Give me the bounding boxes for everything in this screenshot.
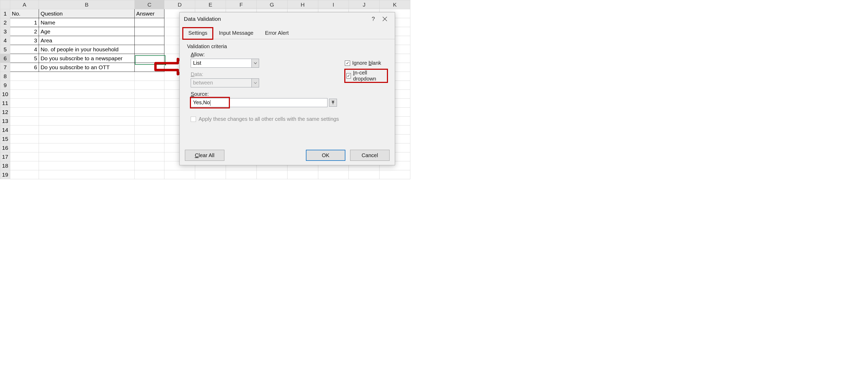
cell-B14[interactable]	[39, 125, 135, 135]
cell-A1[interactable]: No.	[10, 9, 39, 18]
cell-A4[interactable]: 3	[10, 36, 39, 45]
cell-C14[interactable]	[134, 125, 164, 135]
row-header-2[interactable]: 2	[0, 18, 10, 27]
cell-B5[interactable]: No. of people in your household	[39, 45, 135, 54]
cell-A8[interactable]	[10, 72, 39, 81]
cell-A3[interactable]: 2	[10, 27, 39, 36]
row-header-11[interactable]: 11	[0, 99, 10, 108]
cell-C9[interactable]	[134, 81, 164, 90]
cell-A7[interactable]: 6	[10, 63, 39, 72]
cell-B6[interactable]: Do you subscribe to a newspaper	[39, 54, 135, 63]
cell-B3[interactable]: Age	[39, 27, 135, 36]
cell-B2[interactable]: Name	[39, 18, 135, 27]
cell-E19[interactable]	[195, 170, 226, 179]
row-header-17[interactable]: 17	[0, 152, 10, 161]
cell-G19[interactable]	[256, 170, 287, 179]
cell-J19[interactable]	[349, 170, 379, 179]
col-header-J[interactable]: J	[349, 0, 379, 9]
select-all-corner[interactable]	[0, 0, 10, 9]
cell-A17[interactable]	[10, 152, 39, 161]
cell-A9[interactable]	[10, 81, 39, 90]
cell-C18[interactable]	[134, 161, 164, 170]
row-header-18[interactable]: 18	[0, 161, 10, 170]
cell-C12[interactable]	[134, 108, 164, 117]
cell-C3[interactable]	[134, 27, 164, 36]
cell-A15[interactable]	[10, 135, 39, 143]
source-input[interactable]: Yes,No	[191, 98, 328, 107]
cell-C1[interactable]: Answer	[134, 9, 164, 18]
cell-A13[interactable]	[10, 117, 39, 125]
col-header-E[interactable]: E	[195, 0, 226, 9]
row-header-14[interactable]: 14	[0, 125, 10, 135]
help-button[interactable]: ?	[368, 16, 379, 22]
row-header-7[interactable]: 7	[0, 63, 10, 72]
cell-C17[interactable]	[134, 152, 164, 161]
cell-C4[interactable]	[134, 36, 164, 45]
cell-B19[interactable]	[39, 170, 135, 179]
cell-F19[interactable]	[226, 170, 256, 179]
row-header-16[interactable]: 16	[0, 143, 10, 152]
cell-C10[interactable]	[134, 90, 164, 99]
incell-dropdown-checkbox[interactable]: ✓ In-cell dropdown	[345, 69, 388, 82]
cell-B9[interactable]	[39, 81, 135, 90]
ok-button[interactable]: OK	[306, 150, 345, 161]
cancel-button[interactable]: Cancel	[350, 150, 390, 161]
cell-B11[interactable]	[39, 99, 135, 108]
cell-B13[interactable]	[39, 117, 135, 125]
ignore-blank-checkbox[interactable]: ✓ Ignore blank	[345, 60, 388, 66]
col-header-K[interactable]: K	[379, 0, 410, 9]
cell-A19[interactable]	[10, 170, 39, 179]
cell-D19[interactable]	[164, 170, 195, 179]
row-header-8[interactable]: 8	[0, 72, 10, 81]
row-header-5[interactable]: 5	[0, 45, 10, 54]
row-header-1[interactable]: 1	[0, 9, 10, 18]
row-header-10[interactable]: 10	[0, 90, 10, 99]
row-header-15[interactable]: 15	[0, 135, 10, 143]
cell-C15[interactable]	[134, 135, 164, 143]
col-header-D[interactable]: D	[164, 0, 195, 9]
col-header-F[interactable]: F	[226, 0, 256, 9]
tab-input-message[interactable]: Input Message	[213, 28, 259, 39]
row-header-4[interactable]: 4	[0, 36, 10, 45]
cell-B15[interactable]	[39, 135, 135, 143]
col-header-G[interactable]: G	[256, 0, 287, 9]
cell-B10[interactable]	[39, 90, 135, 99]
cell-I19[interactable]	[318, 170, 349, 179]
cell-A5[interactable]: 4	[10, 45, 39, 54]
row-header-6[interactable]: 6	[0, 54, 10, 63]
cell-C16[interactable]	[134, 143, 164, 152]
row-header-12[interactable]: 12	[0, 108, 10, 117]
cell-K19[interactable]	[379, 170, 410, 179]
cell-C5[interactable]	[134, 45, 164, 54]
cell-B17[interactable]	[39, 152, 135, 161]
cell-A2[interactable]: 1	[10, 18, 39, 27]
cell-A16[interactable]	[10, 143, 39, 152]
range-picker-button[interactable]	[329, 99, 337, 107]
cell-B4[interactable]: Area	[39, 36, 135, 45]
cell-B8[interactable]	[39, 72, 135, 81]
row-header-19[interactable]: 19	[0, 170, 10, 179]
cell-B18[interactable]	[39, 161, 135, 170]
cell-B16[interactable]	[39, 143, 135, 152]
cell-A11[interactable]	[10, 99, 39, 108]
row-header-13[interactable]: 13	[0, 117, 10, 125]
cell-C11[interactable]	[134, 99, 164, 108]
cell-A10[interactable]	[10, 90, 39, 99]
row-header-9[interactable]: 9	[0, 81, 10, 90]
cell-C6[interactable]	[134, 54, 164, 63]
cell-A12[interactable]	[10, 108, 39, 117]
cell-A18[interactable]	[10, 161, 39, 170]
cell-H19[interactable]	[287, 170, 318, 179]
cell-B1[interactable]: Question	[39, 9, 135, 18]
cell-C8[interactable]	[134, 72, 164, 81]
cell-C19[interactable]	[134, 170, 164, 179]
col-header-H[interactable]: H	[287, 0, 318, 9]
tab-settings[interactable]: Settings	[183, 28, 213, 39]
clear-all-button[interactable]: Clear All	[185, 150, 224, 161]
tab-error-alert[interactable]: Error Alert	[259, 28, 294, 39]
cell-C7[interactable]	[134, 63, 164, 72]
dialog-titlebar[interactable]: Data Validation ?	[180, 12, 395, 26]
cell-A14[interactable]	[10, 125, 39, 135]
cell-C2[interactable]	[134, 18, 164, 27]
col-header-B[interactable]: B	[39, 0, 135, 9]
